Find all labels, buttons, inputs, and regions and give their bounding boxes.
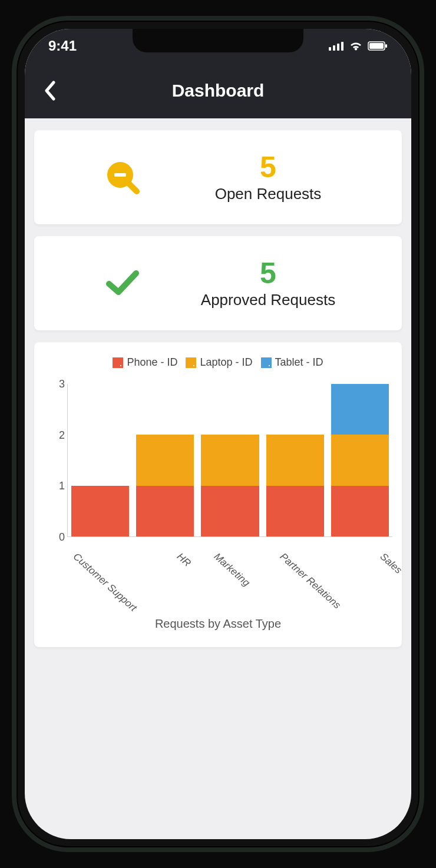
chart-y-tick: 1 (44, 480, 65, 492)
approved-requests-icon (99, 269, 146, 298)
chart-bar[interactable] (201, 384, 259, 536)
chart-bar-segment (266, 435, 324, 485)
open-requests-card[interactable]: 5 Open Requests (34, 130, 402, 224)
wifi-icon (349, 38, 363, 54)
chart-bar[interactable] (71, 384, 129, 536)
chart-y-tick: 2 (44, 429, 65, 441)
approved-requests-value: 5 (146, 257, 390, 290)
svg-rect-1 (333, 45, 335, 51)
back-button[interactable] (38, 79, 61, 102)
chart-x-labels: Customer SupportHRMarketingPartner Relat… (44, 541, 392, 552)
chart-bar[interactable] (136, 384, 194, 536)
legend-label: Tablet - ID (275, 356, 323, 369)
chart-bar-segment (201, 486, 259, 536)
chart-bar-segment (331, 435, 389, 485)
svg-rect-2 (337, 44, 339, 51)
page-title: Dashboard (172, 81, 265, 101)
legend-label: Phone - ID (127, 356, 177, 369)
status-indicators (329, 38, 388, 54)
open-requests-icon (99, 159, 146, 196)
chart-bar-segment (331, 384, 389, 435)
open-requests-label: Open Requests (146, 185, 390, 203)
phone-frame: 9:41 Dashboard (12, 16, 424, 852)
legend-label: Laptop - ID (200, 356, 252, 369)
chart-x-label: Sales (366, 541, 404, 577)
svg-rect-3 (341, 42, 343, 51)
chevron-left-icon (44, 81, 55, 101)
chart-y-tick: 3 (44, 378, 65, 390)
navbar: Dashboard (25, 63, 411, 118)
chart-plot-area: 0123 (44, 384, 392, 537)
legend-item[interactable]: Tablet - ID (261, 356, 323, 369)
status-time: 9:41 (48, 38, 77, 54)
approved-requests-card[interactable]: 5 Approved Requests (34, 236, 402, 330)
chart-x-label: Marketing (200, 541, 252, 589)
phone-notch (133, 29, 303, 52)
chart-bar[interactable] (331, 384, 389, 536)
svg-rect-0 (329, 47, 331, 51)
chart-bar-segment (266, 486, 324, 536)
chart-legend: Phone - IDLaptop - IDTablet - ID (44, 356, 392, 369)
legend-item[interactable]: Phone - ID (113, 356, 177, 369)
content: 5 Open Requests 5 Approved Requests P (25, 118, 411, 671)
cellular-icon (329, 38, 344, 54)
chart-x-label: HR (163, 541, 193, 569)
svg-rect-5 (369, 43, 384, 49)
chart-bar-segment (136, 435, 194, 485)
chart-bar-segment (331, 486, 389, 536)
svg-rect-6 (385, 44, 387, 48)
battery-icon (368, 38, 388, 54)
chart-bar-segment (136, 486, 194, 536)
chart-card: Phone - IDLaptop - IDTablet - ID 0123 Cu… (34, 342, 402, 647)
legend-swatch (186, 357, 196, 368)
zoom-out-icon (104, 159, 141, 196)
chart-y-tick: 0 (44, 531, 65, 544)
legend-swatch (261, 357, 272, 368)
chart-title: Requests by Asset Type (44, 617, 392, 631)
open-requests-value: 5 (146, 151, 390, 184)
approved-requests-label: Approved Requests (146, 291, 390, 309)
svg-rect-8 (114, 173, 126, 177)
screen: 9:41 Dashboard (25, 29, 411, 839)
chart-x-label: Partner Relations (266, 541, 343, 611)
chart-bar-segment (71, 486, 129, 536)
chart-x-label: Customer Support (60, 541, 139, 614)
check-icon (104, 269, 141, 298)
legend-item[interactable]: Laptop - ID (186, 356, 252, 369)
legend-swatch (113, 357, 123, 368)
chart-bar[interactable] (266, 384, 324, 536)
chart-bar-segment (201, 435, 259, 485)
